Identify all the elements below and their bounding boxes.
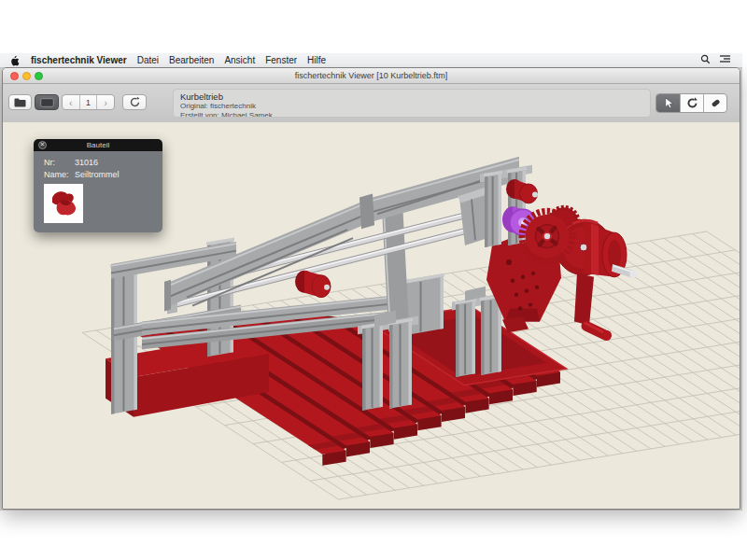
part-thumbnail (44, 184, 83, 223)
part-name-value: Seiltrommel (75, 170, 120, 179)
menu-item-datei[interactable]: Datei (137, 55, 159, 65)
menu-item-fenster[interactable]: Fenster (265, 55, 297, 65)
snapshot-button[interactable] (35, 94, 59, 110)
palette-body: Nr: 31016 Name: Seiltrommel (34, 151, 162, 232)
prev-page-button[interactable]: ‹ (63, 95, 79, 109)
rotate-icon (686, 97, 698, 109)
viewport: ✕ Bauteil Nr: 31016 Name: Seiltrommel (3, 122, 740, 509)
refresh-icon (129, 96, 141, 108)
menu-item-bearbeiten[interactable]: Bearbeiten (169, 55, 214, 65)
document-title: Kurbeltrieb (180, 91, 643, 102)
page-number-field[interactable]: 1 (79, 95, 98, 109)
menu-item-hilfe[interactable]: Hilfe (307, 55, 326, 65)
screen-icon (40, 98, 54, 107)
cursor-icon (663, 97, 674, 109)
tool-segmented-control (655, 93, 727, 113)
window-title: fischertechnik Viewer [10 Kurbeltrieb.ft… (3, 68, 740, 83)
app-menu-title[interactable]: fischertechnik Viewer (31, 55, 127, 65)
menu-bar: fischertechnik Viewer Datei Bearbeiten A… (0, 53, 742, 68)
part-number-value: 31016 (75, 158, 98, 167)
desktop-screen: fischertechnik Viewer Datei Bearbeiten A… (0, 53, 742, 511)
menu-item-ansicht[interactable]: Ansicht (224, 55, 255, 65)
notification-center-icon[interactable] (719, 54, 731, 66)
document-info-box: Kurbeltrieb Original: fischertechnik Ers… (173, 89, 651, 118)
refresh-button[interactable] (122, 94, 147, 110)
bauteil-palette: ✕ Bauteil Nr: 31016 Name: Seiltrommel (34, 139, 162, 232)
eraser-icon (710, 97, 722, 109)
rotate-tool-button[interactable] (680, 94, 703, 112)
apple-menu-icon[interactable] (10, 55, 20, 66)
palette-titlebar[interactable]: ✕ Bauteil (34, 139, 162, 151)
part-number-label: Nr: (44, 158, 75, 167)
page-stepper: ‹ 1 › (62, 94, 115, 110)
folder-icon (14, 98, 26, 107)
select-tool-button[interactable] (656, 94, 680, 112)
part-name-label: Name: (44, 170, 75, 179)
toolbar: ‹ 1 › Kurbeltrieb Original: fischertechn… (3, 84, 740, 123)
document-original: Original: fischertechnik (180, 102, 643, 111)
open-file-button[interactable] (8, 94, 32, 110)
document-author: Erstellt von: Michael Samek (180, 111, 643, 119)
window-titlebar[interactable]: fischertechnik Viewer [10 Kurbeltrieb.ft… (3, 68, 740, 84)
next-page-button[interactable]: › (97, 95, 114, 109)
seiltrommel-part-image (44, 184, 83, 223)
spotlight-search-icon[interactable] (700, 54, 711, 66)
palette-close-button[interactable]: ✕ (38, 141, 47, 149)
screenshot-stage: fischertechnik Viewer Datei Bearbeiten A… (0, 0, 747, 560)
app-window: fischertechnik Viewer [10 Kurbeltrieb.ft… (2, 67, 740, 510)
erase-tool-button[interactable] (703, 94, 726, 112)
palette-title: Bauteil (87, 141, 109, 149)
